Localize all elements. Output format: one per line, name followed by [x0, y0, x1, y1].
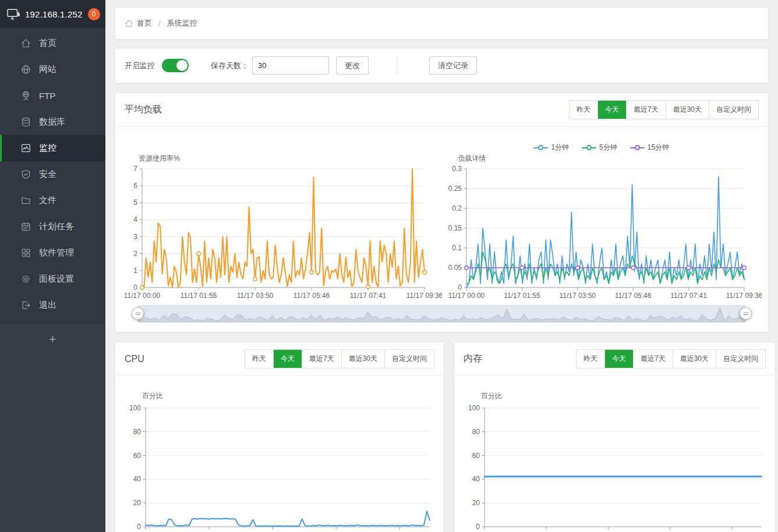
load-time-button-today[interactable]: 今天 [597, 101, 626, 119]
svg-text:11/17 00:00: 11/17 00:00 [448, 292, 485, 300]
datazoom-right-handle[interactable] [740, 307, 752, 320]
message-badge[interactable]: 0 [88, 8, 100, 20]
panel-logo[interactable]: 192.168.1.252 0 [0, 0, 105, 28]
svg-text:2: 2 [133, 250, 137, 258]
svg-text:0: 0 [133, 283, 137, 292]
resource-chart-plot: 0123456711/17 00:0011/17 01:5511/17 03:5… [122, 164, 442, 303]
sidebar-menu: 首页 网站 FTP 数据库 监控 安全 文件 计划任务 软件管理 面板设置 退出 [0, 28, 105, 318]
svg-text:11/17 03:50: 11/17 03:50 [237, 292, 274, 300]
svg-text:3: 3 [133, 233, 137, 241]
cpu-time-button-last-7-days[interactable]: 最近7天 [302, 350, 341, 368]
load-chart-plot: 00.050.10.150.20.250.311/17 00:0011/17 0… [442, 164, 762, 303]
sidebar-item-apps[interactable]: 软件管理 [0, 240, 105, 266]
load-detail-chart: 1分钟 5分钟 15分钟 负载详情 00.050.10.150.20.250.3… [442, 141, 762, 303]
sidebar-item-logout[interactable]: 退出 [0, 292, 105, 318]
gear-icon [21, 274, 31, 284]
cpu-time-range-group: 昨天 今天 最近7天 最近30天 自定义时间 [245, 349, 434, 368]
sidebar-item-gear[interactable]: 面板设置 [0, 266, 105, 292]
logout-icon [21, 300, 31, 310]
sidebar-footer: + [0, 324, 105, 532]
sidebar-item-monitor[interactable]: 监控 [0, 135, 105, 161]
apply-button[interactable]: 更改 [336, 56, 369, 75]
sidebar-item-ftp[interactable]: FTP [0, 83, 105, 109]
clear-records-button[interactable]: 清空记录 [429, 56, 477, 75]
load-time-button-last-7-days[interactable]: 最近7天 [626, 101, 666, 119]
divider [454, 375, 775, 376]
svg-text:0: 0 [476, 523, 480, 531]
memory-card: 内存 昨天 今天 最近7天 最近30天 自定义时间 百分比 0204060801… [454, 342, 776, 532]
mem-time-button-yesterday[interactable]: 昨天 [577, 350, 604, 368]
cpu-time-button-last-30-days[interactable]: 最近30天 [341, 350, 384, 368]
svg-text:11/17 05:46: 11/17 05:46 [614, 292, 651, 300]
ftp-icon [21, 91, 31, 101]
home-icon [21, 38, 31, 48]
save-days-label: 保存天数： [211, 61, 249, 71]
svg-text:11/17 00:00: 11/17 00:00 [124, 292, 161, 300]
svg-text:100: 100 [129, 404, 141, 412]
svg-text:11/17 05:46: 11/17 05:46 [293, 292, 330, 300]
svg-text:11/17 01:55: 11/17 01:55 [181, 292, 217, 300]
sidebar-item-shield[interactable]: 安全 [0, 161, 105, 187]
mem-time-button-last-7-days[interactable]: 最近7天 [633, 350, 673, 368]
svg-text:40: 40 [133, 475, 142, 483]
svg-text:0.15: 0.15 [448, 224, 462, 232]
load-average-title: 平均负载 [125, 104, 162, 116]
controls-divider [397, 57, 397, 75]
sidebar-item-database[interactable]: 数据库 [0, 109, 105, 135]
svg-text:80: 80 [472, 428, 480, 436]
datazoom-left-handle[interactable] [132, 307, 144, 320]
legend-item[interactable]: 15分钟 [630, 143, 669, 152]
load-time-button-custom-range[interactable]: 自定义时间 [709, 101, 758, 119]
datazoom-slider[interactable] [137, 305, 746, 322]
load-time-button-yesterday[interactable]: 昨天 [570, 101, 597, 119]
breadcrumb-home-link[interactable]: 首页 [125, 18, 152, 29]
monitor-toggle[interactable] [162, 59, 189, 72]
svg-text:7: 7 [133, 165, 137, 173]
svg-text:20: 20 [133, 499, 142, 507]
svg-text:11/17 07:41: 11/17 07:41 [350, 292, 387, 300]
main-content: 首页 / 系统监控 开启监控 保存天数： 更改 清空记录 平均负载 昨天 今天 … [105, 0, 778, 532]
svg-text:4: 4 [133, 215, 137, 224]
save-days-input[interactable] [252, 56, 329, 75]
add-shortcut-button[interactable]: + [0, 325, 105, 347]
svg-text:11/17 03:50: 11/17 03:50 [559, 292, 596, 300]
svg-text:60: 60 [472, 452, 480, 460]
monitor-logo-icon [7, 9, 20, 20]
svg-text:0.2: 0.2 [452, 204, 462, 212]
apps-icon [21, 248, 31, 258]
cpu-time-button-custom-range[interactable]: 自定义时间 [384, 350, 434, 368]
sidebar-item-folder[interactable]: 文件 [0, 187, 105, 214]
sidebar-item-calendar[interactable]: 计划任务 [0, 214, 105, 240]
memory-chart-label: 百分比 [481, 391, 772, 401]
shield-icon [21, 169, 31, 179]
breadcrumb-current: 系统监控 [167, 18, 197, 29]
sidebar-item-home[interactable]: 首页 [0, 30, 105, 56]
memory-time-range-group: 昨天 今天 最近7天 最近30天 自定义时间 [576, 349, 766, 368]
resource-chart-label: 资源使用率% [122, 154, 442, 164]
load-time-range-group: 昨天 今天 最近7天 最近30天 自定义时间 [569, 100, 759, 119]
sidebar-item-globe[interactable]: 网站 [0, 56, 105, 83]
datazoom-band[interactable] [137, 305, 746, 322]
cpu-chart-plot: 02040608010011/17 00:0011/17 02:0011/17 … [119, 403, 440, 532]
database-icon [21, 117, 31, 127]
mem-time-button-today[interactable]: 今天 [604, 350, 633, 368]
svg-text:40: 40 [472, 475, 480, 483]
monitor-controls: 开启监控 保存天数： 更改 清空记录 [115, 48, 769, 83]
legend-item[interactable]: 5分钟 [582, 143, 617, 152]
sidebar: 192.168.1.252 0 首页 网站 FTP 数据库 监控 安全 文件 计… [0, 0, 105, 532]
mem-time-button-custom-range[interactable]: 自定义时间 [716, 350, 765, 368]
breadcrumb-separator: / [158, 19, 161, 28]
mem-time-button-last-30-days[interactable]: 最近30天 [673, 350, 716, 368]
monitor-icon [21, 143, 31, 153]
legend-item[interactable]: 1分钟 [533, 143, 569, 152]
svg-text:20: 20 [472, 499, 480, 507]
load-chart-label: 负载详情 [442, 154, 762, 164]
cpu-time-button-yesterday[interactable]: 昨天 [245, 350, 273, 368]
load-time-button-last-30-days[interactable]: 最近30天 [666, 101, 709, 119]
home-icon [125, 19, 133, 28]
svg-text:11/17 09:36: 11/17 09:36 [726, 292, 761, 300]
svg-text:1: 1 [133, 267, 137, 275]
cpu-time-button-today[interactable]: 今天 [273, 350, 302, 368]
svg-text:0.3: 0.3 [452, 165, 462, 173]
svg-text:6: 6 [133, 182, 137, 190]
